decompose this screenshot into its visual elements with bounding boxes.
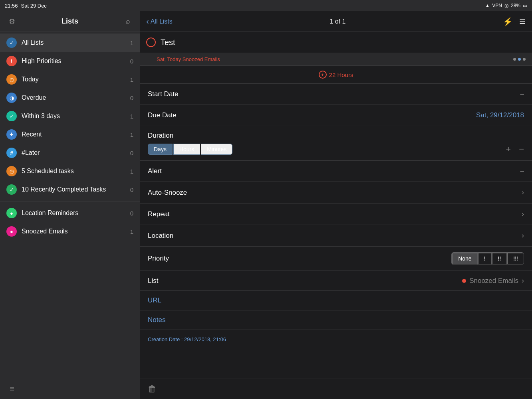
repeat-chevron: › xyxy=(522,210,524,218)
high-priorities-icon: ! xyxy=(6,56,17,66)
later-icon: # xyxy=(6,148,17,158)
sidebar-item-scheduled[interactable]: ◷ 5 Scheduled tasks 1 xyxy=(0,162,140,180)
priority-row: Priority None ! !! !!! xyxy=(140,247,532,271)
duration-increment[interactable]: + xyxy=(506,144,511,154)
list-chevron: › xyxy=(522,277,524,285)
duration-label: Duration xyxy=(148,132,524,140)
alert-label: Alert xyxy=(148,167,162,175)
location-label: Location xyxy=(148,232,173,240)
sidebar-item-high-priorities[interactable]: ! High Priorities 0 xyxy=(0,52,140,70)
within-3-days-count: 1 xyxy=(127,113,133,120)
duration-decrement[interactable]: − xyxy=(519,144,524,154)
later-label: #Later xyxy=(22,149,122,156)
gear-button[interactable]: ⚙ xyxy=(6,16,18,27)
list-row-value: Snoozed Emails xyxy=(469,277,518,285)
list-row-label: List xyxy=(148,277,158,285)
sidebar-item-recent[interactable]: + Recent 1 xyxy=(0,125,140,144)
overdue-label: Overdue xyxy=(22,94,122,101)
task-circle[interactable] xyxy=(146,38,156,47)
location-row[interactable]: Location › xyxy=(140,225,532,247)
task-row[interactable]: Test xyxy=(140,32,532,53)
location-reminders-count: 0 xyxy=(127,210,133,217)
url-row[interactable]: URL xyxy=(140,291,532,310)
snoozed-emails-count: 1 xyxy=(127,228,133,235)
priority-medium[interactable]: !! xyxy=(492,253,507,265)
timer-icon: + xyxy=(319,71,327,79)
location-icon: ◎ xyxy=(504,3,508,8)
sidebar-item-completed[interactable]: ✓ 10 Recently Completed Tasks 0 xyxy=(0,180,140,199)
all-lists-count: 1 xyxy=(127,40,133,46)
search-icon: ⌕ xyxy=(126,17,130,26)
back-chevron-icon: ‹ xyxy=(146,17,149,26)
list-dot xyxy=(462,279,466,283)
sidebar-item-all-lists[interactable]: ✓ All Lists 1 xyxy=(0,34,140,52)
priority-none[interactable]: None xyxy=(452,253,477,265)
detail-header: ‹ All Lists 1 of 1 ⚡ ☰ xyxy=(140,11,532,32)
subtitle-bar: Sat, Today Snoozed Emails xyxy=(140,53,532,66)
wifi-icon: ▲ xyxy=(485,3,490,8)
within-3-days-label: Within 3 days xyxy=(22,113,122,120)
sidebar-divider xyxy=(0,201,140,201)
sidebar-item-within-3-days[interactable]: ✓ Within 3 days 1 xyxy=(0,107,140,125)
duration-tab-minutes[interactable]: Minutes xyxy=(201,144,232,155)
duration-tabs: Days Hours Minutes xyxy=(148,144,232,155)
sidebar-list: ✓ All Lists 1 ! High Priorities 0 ◷ Toda… xyxy=(0,32,140,378)
nav-position: 1 of 1 xyxy=(330,18,345,25)
sidebar-item-snoozed-emails[interactable]: ● Snoozed Emails 1 xyxy=(0,222,140,241)
trash-button[interactable]: 🗑 xyxy=(148,384,157,394)
duration-tab-days[interactable]: Days xyxy=(148,144,173,155)
subtitle-date: Sat, Today Snoozed Emails xyxy=(157,56,220,62)
priority-low[interactable]: ! xyxy=(478,253,492,265)
sidebar-footer: ≡ xyxy=(0,378,140,399)
start-date-row[interactable]: Start Date – xyxy=(140,84,532,105)
scheduled-label: 5 Scheduled tasks xyxy=(22,168,122,175)
status-right: ▲ VPN ◎ 28% ▭ xyxy=(485,3,527,8)
auto-snooze-row[interactable]: Auto-Snooze › xyxy=(140,182,532,203)
sidebar-item-later[interactable]: # #Later 0 xyxy=(0,144,140,162)
menu-icon[interactable]: ≡ xyxy=(6,383,18,394)
priority-tabs: None ! !! !!! xyxy=(451,252,524,265)
recent-label: Recent xyxy=(22,131,122,138)
alert-row[interactable]: Alert – xyxy=(140,161,532,182)
due-date-row[interactable]: Due Date Sat, 29/12/2018 xyxy=(140,105,532,126)
timer-row: + 22 Hours xyxy=(140,66,532,84)
priority-high[interactable]: !!! xyxy=(507,253,524,265)
later-count: 0 xyxy=(127,150,133,156)
status-bar: 21:56 Sat 29 Dec ▲ VPN ◎ 28% ▭ xyxy=(0,0,532,11)
vpn-badge: VPN xyxy=(492,3,502,8)
timer-badge: + 22 Hours xyxy=(319,71,353,79)
completed-label: 10 Recently Completed Tasks xyxy=(22,186,122,193)
today-label: Today xyxy=(22,76,122,83)
location-reminders-icon: ● xyxy=(6,208,17,218)
back-button[interactable]: ‹ All Lists xyxy=(146,17,173,26)
hamburger-icon[interactable]: ☰ xyxy=(519,17,526,26)
due-date-value: Sat, 29/12/2018 xyxy=(476,111,524,119)
search-button[interactable]: ⌕ xyxy=(122,16,133,27)
completed-icon: ✓ xyxy=(6,184,17,195)
date-display: Sat 29 Dec xyxy=(21,3,47,9)
duration-tab-hours[interactable]: Hours xyxy=(173,144,200,155)
detail-header-actions: ⚡ ☰ xyxy=(503,17,526,26)
sidebar-item-today[interactable]: ◷ Today 1 xyxy=(0,70,140,89)
detail-content: Start Date – Due Date Sat, 29/12/2018 Du… xyxy=(140,84,532,379)
list-row[interactable]: List Snoozed Emails › xyxy=(140,271,532,291)
overdue-icon: ◑ xyxy=(6,93,17,103)
timer-label: 22 Hours xyxy=(329,71,353,78)
today-count: 1 xyxy=(127,76,133,83)
detail-footer: 🗑 xyxy=(140,379,532,399)
lightning-icon[interactable]: ⚡ xyxy=(503,17,513,26)
duration-stepper: + − xyxy=(506,144,524,154)
sidebar-item-overdue[interactable]: ◑ Overdue 0 xyxy=(0,89,140,107)
dot-3 xyxy=(523,58,526,61)
sidebar-item-location-reminders[interactable]: ● Location Reminders 0 xyxy=(0,204,140,222)
within-3-days-icon: ✓ xyxy=(6,111,17,121)
notes-row[interactable]: Notes xyxy=(140,310,532,330)
repeat-row[interactable]: Repeat › xyxy=(140,203,532,225)
location-reminders-label: Location Reminders xyxy=(22,209,122,217)
snoozed-emails-label: Snoozed Emails xyxy=(22,228,122,235)
high-priorities-count: 0 xyxy=(127,58,133,65)
scheduled-icon: ◷ xyxy=(6,166,17,176)
auto-snooze-label: Auto-Snooze xyxy=(148,189,187,197)
gear-icon: ⚙ xyxy=(9,17,15,26)
start-date-label: Start Date xyxy=(148,90,179,98)
